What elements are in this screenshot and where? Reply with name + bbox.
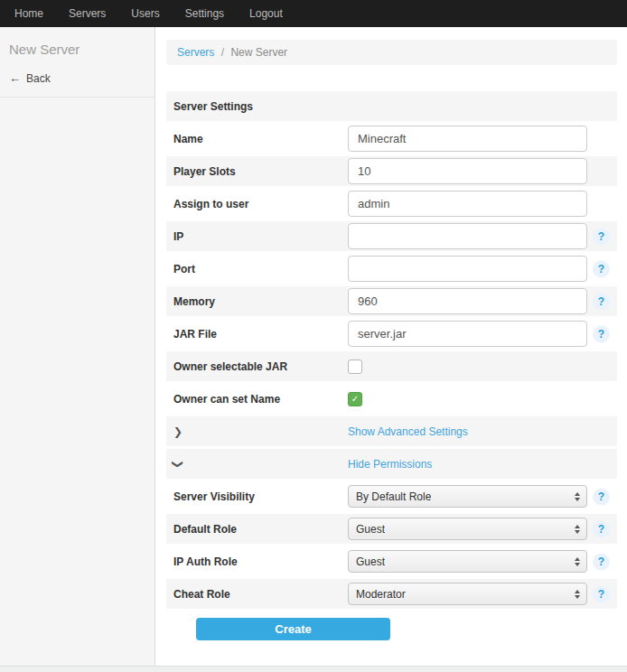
form-section-header: Server Settings [166, 91, 617, 121]
field-control [348, 256, 610, 282]
hide-permissions-link[interactable]: Hide Permissions [348, 458, 432, 471]
field-control: ✓ [348, 392, 610, 406]
select-spinner-icon [575, 492, 580, 501]
field-label: Player Slots [173, 165, 348, 178]
cheat-role-help-icon[interactable]: ? [593, 585, 610, 602]
main-content: Servers / New Server Server Settings Nam… [166, 27, 617, 648]
port-help-icon[interactable]: ? [593, 260, 610, 277]
field-control [348, 191, 610, 217]
back-label: Back [26, 72, 51, 85]
player-slots-input[interactable] [348, 158, 587, 184]
field-label: IP Auth Role [173, 555, 348, 568]
form-row-submit: Create [166, 612, 617, 645]
field-label: Name [173, 133, 348, 145]
owner-selectable-jar-checkbox[interactable] [348, 359, 362, 374]
nav-item-logout[interactable]: Logout [237, 0, 295, 27]
ip-input[interactable] [348, 223, 587, 249]
field-label: IP [173, 230, 348, 243]
footer-strip [0, 666, 627, 672]
select-spinner-icon [575, 525, 580, 534]
field-control [348, 359, 610, 374]
field-label: Cheat Role [173, 588, 348, 601]
server-visibility-select[interactable]: By Default Role [348, 485, 587, 508]
form-row-player-slots: Player Slots [166, 156, 617, 186]
form-row-owner-can-set-name: Owner can set Name✓ [166, 384, 617, 414]
form-row-cheat-role: Cheat RoleModerator? [166, 579, 617, 609]
submit-control: Create [173, 618, 610, 640]
jar-file-input[interactable] [348, 321, 587, 347]
server-visibility-select-value: By Default Role [356, 490, 431, 503]
field-control: Guest [348, 518, 610, 540]
field-control [348, 321, 610, 347]
field-control: Moderator [348, 583, 610, 605]
field-label: Server Visibility [173, 490, 348, 503]
ip-auth-role-select[interactable]: Guest [348, 550, 587, 573]
cheat-role-select[interactable]: Moderator [348, 583, 587, 605]
cheat-role-select-value: Moderator [356, 588, 406, 601]
memory-input[interactable] [348, 288, 587, 314]
port-input[interactable] [348, 256, 587, 282]
back-link[interactable]: ← Back [0, 63, 154, 98]
select-spinner-icon [575, 557, 580, 566]
field-label: Owner can set Name [173, 393, 348, 406]
form-row-ip-auth-role: IP Auth RoleGuest? [166, 546, 617, 576]
ip-auth-role-help-icon[interactable]: ? [593, 553, 610, 570]
server-settings-form: Server Settings NamePlayer SlotsAssign t… [166, 91, 617, 645]
field-control [348, 126, 610, 152]
breadcrumb: Servers / New Server [166, 40, 617, 65]
nav-item-servers[interactable]: Servers [56, 0, 118, 27]
form-row-jar-file: JAR File? [166, 319, 617, 349]
field-control: Guest [348, 550, 610, 573]
nav-item-users[interactable]: Users [118, 0, 172, 27]
field-control: By Default Role [348, 485, 610, 508]
show-advanced-settings-link[interactable]: Show Advanced Settings [348, 425, 468, 438]
form-row-name: Name [166, 124, 617, 154]
form-row-default-role: Default RoleGuest? [166, 514, 617, 544]
form-row-owner-selectable-jar: Owner selectable JAR [166, 351, 617, 381]
jar-file-help-icon[interactable]: ? [593, 325, 610, 342]
default-role-select-value: Guest [356, 523, 385, 536]
name-input[interactable] [348, 126, 587, 152]
field-control [348, 223, 610, 249]
breadcrumb-separator: / [221, 46, 224, 59]
form-row-ip: IP? [166, 221, 617, 251]
select-spinner-icon [575, 590, 580, 599]
field-label: Assign to user [173, 198, 348, 210]
chevron-right-icon[interactable]: ❯ [173, 425, 348, 438]
field-label: JAR File [173, 328, 348, 341]
default-role-select[interactable]: Guest [348, 518, 587, 540]
sidebar: New Server ← Back [0, 27, 155, 672]
create-button[interactable]: Create [196, 618, 390, 640]
assign-to-user-input[interactable] [348, 191, 587, 217]
nav-item-settings[interactable]: Settings [173, 0, 237, 27]
ip-auth-role-select-value: Guest [356, 555, 385, 568]
field-label: Owner selectable JAR [173, 360, 348, 373]
breadcrumb-current: New Server [230, 46, 287, 59]
top-navbar: HomeServersUsersSettingsLogout [0, 0, 627, 27]
form-row-port: Port? [166, 254, 617, 284]
section-title: Server Settings [173, 100, 348, 113]
left-arrow-icon: ← [9, 71, 21, 85]
memory-help-icon[interactable]: ? [593, 293, 610, 310]
form-row-assign-to-user: Assign to user [166, 189, 617, 219]
form-row-server-visibility: Server VisibilityBy Default Role? [166, 481, 617, 511]
form-row-show-advanced-settings: ❯Show Advanced Settings [166, 416, 617, 446]
field-control [348, 288, 610, 314]
default-role-help-icon[interactable]: ? [593, 520, 610, 537]
field-control [348, 158, 610, 184]
field-label: Memory [173, 295, 348, 308]
server-visibility-help-icon[interactable]: ? [593, 488, 610, 505]
breadcrumb-link-servers[interactable]: Servers [177, 46, 214, 59]
ip-help-icon[interactable]: ? [593, 228, 610, 245]
field-label: Port [173, 263, 348, 275]
chevron-down-icon[interactable]: ❯ [173, 458, 348, 471]
field-label: Default Role [173, 523, 348, 536]
form-row-memory: Memory? [166, 286, 617, 316]
page-title: New Server [0, 27, 154, 63]
form-row-hide-permissions: ❯Hide Permissions [166, 449, 617, 479]
nav-item-home[interactable]: Home [2, 0, 56, 27]
owner-can-set-name-checkbox[interactable]: ✓ [348, 392, 362, 406]
